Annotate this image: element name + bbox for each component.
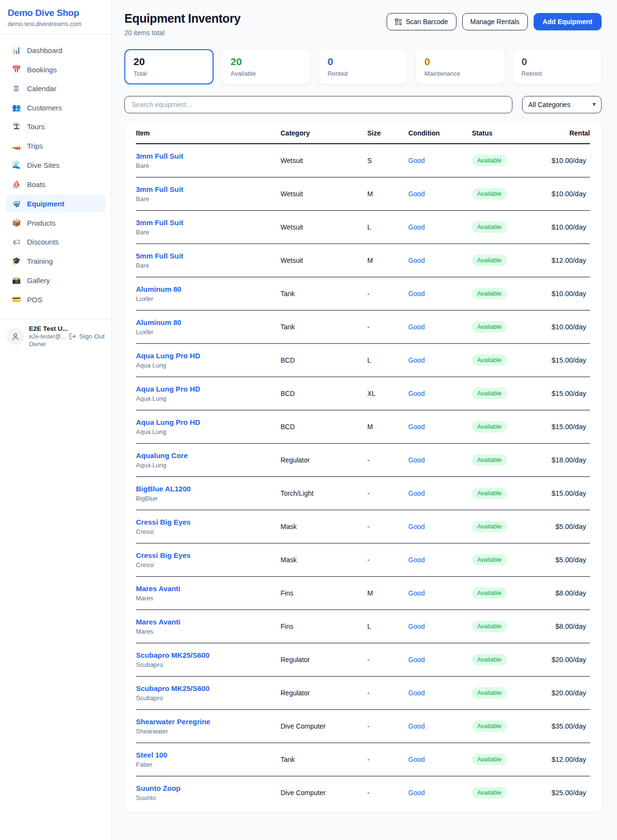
item-name-link[interactable]: 3mm Full Suit	[136, 152, 277, 160]
item-condition-link[interactable]: Good	[408, 523, 425, 530]
item-condition-link[interactable]: Good	[408, 323, 425, 331]
item-brand: Mares	[136, 595, 277, 602]
sidebar-item-dive-sites[interactable]: 🌊 Dive Sites	[6, 156, 106, 174]
sidebar-item-trips[interactable]: 🚤 Trips	[6, 137, 106, 154]
stat-value: 0	[522, 56, 592, 68]
user-name: E2E Test U...	[29, 325, 64, 332]
item-condition-link[interactable]: Good	[408, 257, 425, 264]
stat-card-total[interactable]: 20 Total	[124, 49, 214, 84]
item-size: -	[367, 476, 408, 510]
item-rental: $15.00/day	[535, 410, 590, 443]
item-name-link[interactable]: Aqualung Core	[136, 451, 277, 460]
column-header-item: Item	[136, 122, 281, 144]
item-condition-link[interactable]: Good	[408, 623, 425, 630]
equipment-table-card: Item Category Size Condition Status Rent…	[124, 122, 602, 812]
item-rental: $10.00/day	[535, 310, 590, 343]
item-name-link[interactable]: Aluminum 80	[136, 285, 277, 293]
status-badge: Available	[472, 554, 507, 566]
item-name-link[interactable]: Scubapro MK25/S600	[136, 684, 277, 692]
nav-item-label: Dashboard	[27, 46, 62, 54]
sidebar-item-dashboard[interactable]: 📊 Dashboard	[6, 41, 106, 59]
sidebar-item-customers[interactable]: 👥 Customers	[6, 99, 106, 116]
brand-name[interactable]: Demo Dive Shop	[8, 8, 104, 18]
stat-card-maintenance[interactable]: 0 Maintenance	[416, 49, 505, 84]
sidebar-item-equipment[interactable]: 🤿 Equipment	[6, 195, 106, 212]
nav-item-label: POS	[27, 296, 42, 304]
stat-card-retired[interactable]: 0 Retired	[512, 49, 602, 84]
item-condition-link[interactable]: Good	[408, 789, 425, 797]
item-condition-link[interactable]: Good	[408, 656, 425, 664]
item-name-link[interactable]: 5mm Full Suit	[136, 252, 277, 260]
item-condition-cell: Good	[408, 610, 472, 643]
item-condition-link[interactable]: Good	[408, 589, 425, 597]
item-size: S	[367, 144, 408, 177]
sidebar-item-training[interactable]: 🎓 Training	[6, 252, 106, 270]
item-name-link[interactable]: 3mm Full Suit	[136, 185, 277, 193]
item-condition-cell: Good	[408, 210, 472, 244]
sidebar-item-boats[interactable]: ⛵ Boats	[6, 176, 106, 193]
item-condition-link[interactable]: Good	[408, 190, 425, 198]
add-equipment-button[interactable]: Add Equipment	[534, 13, 602, 30]
item-cell: Suunto Zoop Suunto	[136, 776, 281, 809]
item-name-link[interactable]: Steel 100	[136, 751, 277, 759]
item-name-link[interactable]: Cressi Big Eyes	[136, 518, 277, 526]
item-condition-link[interactable]: Good	[408, 356, 425, 364]
item-brand: Cressi	[136, 561, 277, 569]
table-row: Aqua Lung Pro HD Aqua Lung BCD L Good Av…	[136, 343, 590, 377]
nav-item-label: Boats	[27, 180, 45, 189]
item-name-link[interactable]: Suunto Zoop	[136, 784, 277, 792]
item-name-link[interactable]: Cressi Big Eyes	[136, 551, 277, 559]
status-badge: Available	[472, 255, 507, 266]
pos-icon: 💳	[12, 295, 21, 304]
item-category: Mask	[281, 543, 367, 576]
stat-card-rented[interactable]: 0 Rented	[318, 49, 407, 84]
table-row: 3mm Full Suit Bare Wetsuit M Good Availa…	[136, 177, 590, 210]
item-name-link[interactable]: Mares Avanti	[136, 584, 277, 593]
sidebar-item-bookings[interactable]: 📅 Bookings	[6, 61, 106, 78]
item-name-link[interactable]: Aqua Lung Pro HD	[136, 352, 277, 360]
item-condition-link[interactable]: Good	[408, 456, 425, 464]
item-condition-link[interactable]: Good	[408, 290, 425, 298]
stat-card-available[interactable]: 20 Available	[221, 49, 310, 84]
sidebar-item-pos[interactable]: 💳 POS	[6, 291, 106, 308]
item-condition-link[interactable]: Good	[408, 157, 425, 164]
table-row: Scubapro MK25/S600 Scubapro Regulator - …	[136, 643, 590, 676]
item-name-link[interactable]: Mares Avanti	[136, 618, 277, 626]
item-name-link[interactable]: Shearwater Peregrine	[136, 718, 277, 726]
sidebar-item-tours[interactable]: 🏝 Tours	[6, 118, 106, 135]
item-size: -	[367, 643, 408, 676]
status-badge: Available	[472, 288, 507, 299]
sidebar-item-products[interactable]: 📦 Products	[6, 214, 106, 231]
item-condition-link[interactable]: Good	[408, 390, 425, 397]
item-name-link[interactable]: BigBlue AL1200	[136, 485, 277, 493]
item-status-cell: Available	[472, 177, 535, 210]
sidebar-item-gallery[interactable]: 📸 Gallery	[6, 271, 106, 289]
item-condition-link[interactable]: Good	[408, 489, 425, 497]
item-name-link[interactable]: Aqua Lung Pro HD	[136, 385, 277, 393]
sign-out-button[interactable]: Sign Out	[69, 333, 105, 340]
manage-rentals-button[interactable]: Manage Rentals	[462, 13, 528, 30]
sidebar-item-calendar[interactable]: 🗓 Calendar	[6, 80, 106, 97]
bookings-icon: 📅	[12, 65, 21, 74]
scan-barcode-button[interactable]: Scan Barcode	[387, 13, 456, 30]
item-name-link[interactable]: Aluminum 80	[136, 318, 277, 326]
item-brand: Bare	[136, 195, 277, 203]
table-row: Mares Avanti Mares Fins L Good Available…	[136, 610, 590, 643]
item-condition-link[interactable]: Good	[408, 689, 425, 697]
item-condition-link[interactable]: Good	[408, 423, 425, 431]
item-name-link[interactable]: 3mm Full Suit	[136, 218, 277, 227]
status-badge: Available	[472, 221, 507, 233]
item-brand: Bare	[136, 162, 277, 169]
item-condition-link[interactable]: Good	[408, 722, 425, 730]
item-brand: Scubapro	[136, 694, 277, 702]
item-condition-link[interactable]: Good	[408, 756, 425, 763]
item-name-link[interactable]: Scubapro MK25/S600	[136, 651, 277, 659]
item-condition-link[interactable]: Good	[408, 556, 425, 564]
search-input[interactable]	[124, 96, 512, 113]
sidebar-item-discounts[interactable]: 🏷 Discounts	[6, 233, 106, 250]
item-name-link[interactable]: Aqua Lung Pro HD	[136, 418, 277, 426]
item-condition-link[interactable]: Good	[408, 223, 425, 231]
item-status-cell: Available	[472, 410, 535, 443]
category-filter-select[interactable]: All Categories	[522, 96, 602, 113]
item-condition-cell: Good	[408, 476, 472, 510]
